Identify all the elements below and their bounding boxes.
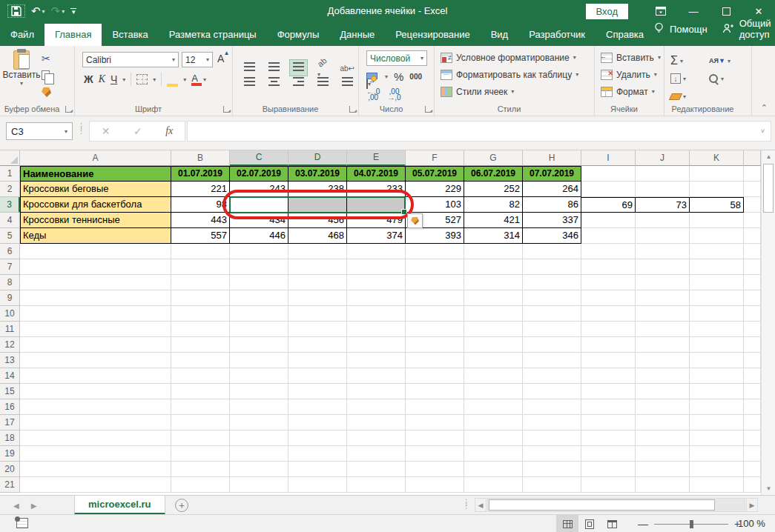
cell[interactable] [406, 415, 464, 430]
font-dialog-launcher-icon[interactable] [223, 106, 230, 113]
cell[interactable] [744, 353, 761, 368]
cell[interactable] [347, 322, 406, 337]
cell[interactable] [230, 197, 288, 213]
cell[interactable] [20, 337, 171, 353]
cell[interactable] [523, 384, 581, 399]
cell[interactable]: Кроссовки для баскетбола [20, 197, 171, 213]
cell[interactable] [523, 290, 581, 306]
conditional-formatting-button[interactable]: Условное форматирование▾ [435, 49, 594, 66]
cell[interactable] [288, 259, 347, 275]
cell[interactable] [288, 462, 347, 477]
cell[interactable] [581, 244, 636, 259]
cell[interactable]: 05.07.2019 [406, 166, 464, 182]
cell[interactable] [744, 182, 761, 197]
cell[interactable] [288, 290, 347, 306]
cell[interactable] [20, 275, 171, 290]
tab-insert[interactable]: Вставка [102, 24, 158, 46]
decrease-indent-button[interactable] [314, 74, 332, 91]
cell[interactable] [288, 399, 347, 415]
cell[interactable] [464, 446, 523, 462]
italic-button[interactable]: К [99, 73, 105, 85]
collapse-ribbon-icon[interactable]: ⌃ [761, 103, 768, 113]
cell[interactable] [230, 353, 288, 368]
cell[interactable] [288, 322, 347, 337]
cell[interactable] [523, 306, 581, 322]
cell[interactable] [406, 244, 464, 259]
underline-button[interactable]: Ч [111, 73, 117, 85]
cell[interactable] [690, 244, 744, 259]
cell[interactable] [744, 197, 761, 213]
row-header[interactable]: 10 [0, 306, 20, 322]
cell[interactable] [690, 399, 744, 415]
cell[interactable] [464, 259, 523, 275]
tab-view[interactable]: Вид [481, 24, 519, 46]
cell[interactable] [406, 430, 464, 446]
cell[interactable] [171, 306, 230, 322]
cell[interactable] [230, 384, 288, 399]
cell[interactable]: 434 [230, 213, 288, 228]
cell[interactable] [20, 259, 171, 275]
cell[interactable] [406, 290, 464, 306]
zoom-out-button[interactable]: — [638, 518, 648, 530]
signin-button[interactable]: Вход [586, 4, 628, 19]
row-header[interactable]: 14 [0, 368, 20, 384]
cell[interactable] [581, 259, 636, 275]
clipboard-dialog-launcher-icon[interactable] [65, 106, 72, 113]
underline-dropdown[interactable]: ▾ [122, 76, 125, 83]
cell[interactable]: 443 [171, 213, 230, 228]
cell[interactable] [288, 306, 347, 322]
scroll-up-icon[interactable]: ▲ [762, 150, 775, 163]
cell[interactable] [171, 446, 230, 462]
cell[interactable] [406, 306, 464, 322]
column-header[interactable]: F [406, 150, 464, 166]
cell[interactable] [347, 446, 406, 462]
cell[interactable] [347, 197, 406, 213]
cell[interactable] [581, 322, 636, 337]
cell[interactable] [406, 275, 464, 290]
cell[interactable] [523, 244, 581, 259]
row-header[interactable]: 17 [0, 415, 20, 430]
cell[interactable] [690, 462, 744, 477]
cell[interactable] [406, 446, 464, 462]
cell[interactable]: 86 [523, 197, 581, 213]
cell[interactable] [523, 275, 581, 290]
cell[interactable] [690, 290, 744, 306]
cell[interactable] [690, 353, 744, 368]
cell[interactable] [20, 306, 171, 322]
cell[interactable] [690, 166, 744, 182]
cell[interactable] [523, 477, 581, 493]
share-label[interactable]: Общий доступ [738, 13, 773, 46]
sheet-tab-active[interactable]: microexcel.ru [74, 496, 165, 515]
cell[interactable] [690, 446, 744, 462]
cell[interactable] [523, 430, 581, 446]
cell[interactable] [171, 368, 230, 384]
cell[interactable] [288, 244, 347, 259]
cell[interactable] [581, 384, 636, 399]
cell[interactable] [744, 244, 761, 259]
cell[interactable] [581, 430, 636, 446]
row-header[interactable]: 6 [0, 244, 20, 259]
cell[interactable] [230, 322, 288, 337]
cell[interactable] [406, 368, 464, 384]
row-header[interactable]: 16 [0, 399, 20, 415]
cell[interactable] [744, 337, 761, 353]
cell[interactable] [347, 477, 406, 493]
column-header[interactable]: E [347, 150, 406, 166]
cell[interactable] [171, 477, 230, 493]
row-header[interactable]: 21 [0, 477, 20, 493]
row-header[interactable]: 3 [0, 197, 20, 213]
cell[interactable] [636, 322, 690, 337]
cell[interactable] [636, 290, 690, 306]
align-left-button[interactable] [240, 74, 259, 91]
font-color-dropdown[interactable]: ▾ [203, 76, 206, 83]
cell[interactable]: 73 [636, 197, 690, 213]
cell[interactable] [288, 275, 347, 290]
cell[interactable] [230, 477, 288, 493]
sort-filter-button[interactable]: АЯ▼▾ [709, 57, 748, 64]
paste-button[interactable]: Вставить ▾ [4, 50, 39, 105]
cell[interactable]: 468 [288, 228, 347, 244]
cell[interactable] [464, 275, 523, 290]
cell[interactable] [406, 477, 464, 493]
tab-developer[interactable]: Разработчик [518, 24, 596, 46]
cell[interactable] [20, 244, 171, 259]
